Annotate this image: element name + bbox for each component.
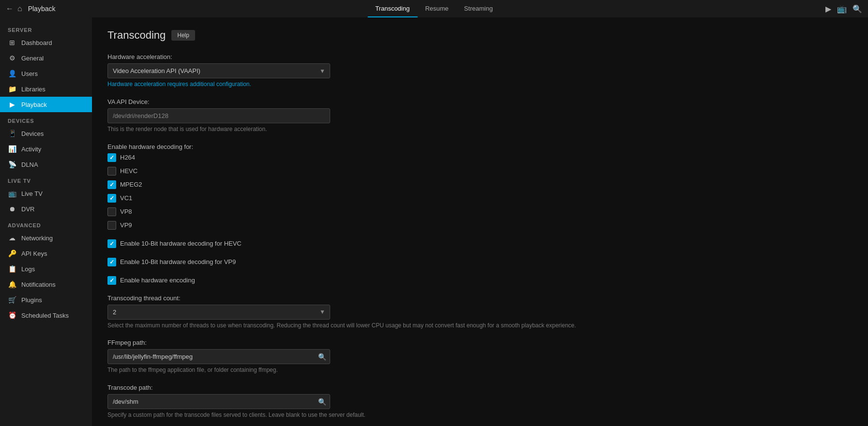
codec-vp9-label: VP9 [120, 221, 132, 229]
sidebar-label-apikeys: API Keys [21, 250, 47, 257]
sidebar-item-dvr[interactable]: ⏺ DVR [0, 201, 92, 217]
page-title: Transcoding [107, 29, 166, 42]
back-button[interactable]: ← [6, 5, 14, 13]
codec-mpeg2-checkbox[interactable] [107, 180, 116, 189]
hw-accel-group: Hardware acceleration: NoneVideo Acceler… [107, 53, 853, 88]
codec-vp9-row[interactable]: VP9 [107, 221, 853, 230]
transcode-path-label: Transcode path: [107, 384, 853, 391]
networking-icon: ☁ [8, 234, 16, 242]
general-icon: ⚙ [8, 54, 16, 62]
sidebar-item-playback[interactable]: ▶ Playback [0, 97, 92, 112]
home-button[interactable]: ⌂ [17, 4, 22, 13]
ffmpeg-path-group: FFmpeg path: 🔍 The path to the ffmpeg ap… [107, 339, 853, 374]
va-api-device-hint: This is the render node that is used for… [107, 125, 853, 133]
devices-icon: 📱 [8, 130, 16, 137]
hw-accel-label: Hardware acceleration: [107, 53, 853, 60]
sidebar-item-apikeys[interactable]: 🔑 API Keys [0, 246, 92, 261]
codec-vp9-checkbox[interactable] [107, 221, 116, 230]
codec-hevc-row[interactable]: HEVC [107, 167, 853, 176]
sidebar-label-livetv: Live TV [21, 190, 43, 197]
sidebar-item-activity[interactable]: 📊 Activity [0, 141, 92, 157]
va-api-device-input[interactable] [107, 108, 330, 123]
topbar-right: ▶ 📺 🔍 [825, 4, 862, 14]
sidebar-item-libraries[interactable]: 📁 Libraries [0, 81, 92, 97]
sidebar-item-devices[interactable]: 📱 Devices [0, 126, 92, 141]
10bit-hevc-label: Enable 10-Bit hardware decoding for HEVC [120, 240, 242, 247]
sidebar-label-dvr: DVR [21, 206, 34, 213]
plugins-icon: 🛒 [8, 296, 16, 304]
codec-vc1-label: VC1 [120, 194, 132, 202]
codec-vp8-row[interactable]: VP8 [107, 207, 853, 216]
hw-decoding-group: Enable hardware decoding for: H264 HEVC … [107, 143, 853, 230]
sidebar-item-dashboard[interactable]: ⊞ Dashboard [0, 35, 92, 50]
codec-h264-row[interactable]: H264 [107, 153, 853, 162]
codec-h264-checkbox[interactable] [107, 153, 116, 162]
sidebar: Server ⊞ Dashboard ⚙ General 👤 Users 📁 L… [0, 17, 92, 426]
codec-checkbox-group: H264 HEVC MPEG2 VC1 VP8 [107, 153, 853, 230]
10bit-vp9-group: Enable 10-Bit hardware decoding for VP9 [107, 258, 853, 266]
sidebar-label-playback: Playback [21, 101, 47, 108]
10bit-vp9-row[interactable]: Enable 10-Bit hardware decoding for VP9 [107, 258, 853, 266]
help-button[interactable]: Help [171, 30, 195, 41]
transcode-path-group: Transcode path: 🔍 Specify a custom path … [107, 384, 853, 419]
transcode-path-input-wrapper: 🔍 [107, 394, 330, 409]
scheduledtasks-icon: ⏰ [8, 311, 16, 319]
sidebar-label-plugins: Plugins [21, 296, 42, 304]
ffmpeg-path-search-icon[interactable]: 🔍 [318, 353, 326, 361]
dvr-icon: ⏺ [8, 205, 16, 213]
search-icon[interactable]: 🔍 [853, 4, 862, 14]
activity-icon: 📊 [8, 145, 16, 153]
thread-count-select-wrapper: 01248 ▼ [107, 305, 330, 320]
hw-accel-select-wrapper: NoneVideo Acceleration API (VAAPI)NVENCI… [107, 63, 330, 78]
codec-vc1-row[interactable]: VC1 [107, 194, 853, 203]
tab-resume[interactable]: Resume [417, 0, 456, 17]
ffmpeg-path-input-wrapper: 🔍 [107, 349, 330, 364]
10bit-hevc-checkbox[interactable] [107, 239, 116, 248]
transcode-path-input[interactable] [107, 394, 330, 409]
codec-hevc-checkbox[interactable] [107, 167, 116, 176]
thread-count-group: Transcoding thread count: 01248 ▼ Select… [107, 294, 853, 330]
tv-icon[interactable]: 📺 [837, 4, 847, 14]
advanced-section-label: Advanced [0, 217, 92, 230]
sidebar-item-plugins[interactable]: 🛒 Plugins [0, 292, 92, 308]
transcode-path-search-icon[interactable]: 🔍 [318, 398, 326, 406]
topbar-nav: Transcoding Resume Streaming [367, 0, 501, 17]
hw-decoding-label: Enable hardware decoding for: [107, 143, 853, 150]
sidebar-item-dlna[interactable]: 📡 DLNA [0, 157, 92, 172]
codec-hevc-label: HEVC [120, 167, 137, 175]
10bit-hevc-row[interactable]: Enable 10-Bit hardware decoding for HEVC [107, 239, 853, 248]
devices-section-label: Devices [0, 112, 92, 126]
tab-transcoding[interactable]: Transcoding [367, 0, 417, 17]
sidebar-label-libraries: Libraries [21, 86, 46, 93]
main-layout: Server ⊞ Dashboard ⚙ General 👤 Users 📁 L… [0, 17, 868, 426]
sidebar-item-notifications[interactable]: 🔔 Notifications [0, 277, 92, 292]
sidebar-label-dashboard: Dashboard [21, 39, 52, 46]
sidebar-label-logs: Logs [21, 265, 35, 273]
sidebar-item-general[interactable]: ⚙ General [0, 50, 92, 66]
sidebar-item-livetv[interactable]: 📺 Live TV [0, 186, 92, 201]
sidebar-label-networking: Networking [21, 235, 53, 242]
codec-mpeg2-row[interactable]: MPEG2 [107, 180, 853, 189]
hw-encoding-row[interactable]: Enable hardware encoding [107, 276, 853, 285]
ffmpeg-path-input[interactable] [107, 349, 330, 364]
sidebar-item-networking[interactable]: ☁ Networking [0, 230, 92, 246]
sidebar-label-users: Users [21, 70, 38, 77]
cast-icon[interactable]: ▶ [825, 4, 831, 14]
tab-streaming[interactable]: Streaming [457, 0, 501, 17]
hw-encoding-checkbox[interactable] [107, 276, 116, 285]
sidebar-item-users[interactable]: 👤 Users [0, 66, 92, 81]
hw-accel-config-link[interactable]: Hardware acceleration requires additiona… [107, 80, 853, 88]
sidebar-item-scheduledtasks[interactable]: ⏰ Scheduled Tasks [0, 308, 92, 323]
10bit-vp9-checkbox[interactable] [107, 258, 116, 266]
codec-vp8-checkbox[interactable] [107, 207, 116, 216]
hw-accel-select[interactable]: NoneVideo Acceleration API (VAAPI)NVENCI… [107, 63, 330, 78]
va-api-device-group: VA API Device: This is the render node t… [107, 98, 853, 133]
codec-vp8-label: VP8 [120, 208, 132, 215]
thread-count-select[interactable]: 01248 [107, 305, 330, 320]
notifications-icon: 🔔 [8, 280, 16, 288]
livetv-section-label: Live TV [0, 172, 92, 186]
sidebar-item-logs[interactable]: 📋 Logs [0, 261, 92, 277]
va-api-device-label: VA API Device: [107, 98, 853, 105]
codec-vc1-checkbox[interactable] [107, 194, 116, 203]
sidebar-label-notifications: Notifications [21, 281, 56, 288]
